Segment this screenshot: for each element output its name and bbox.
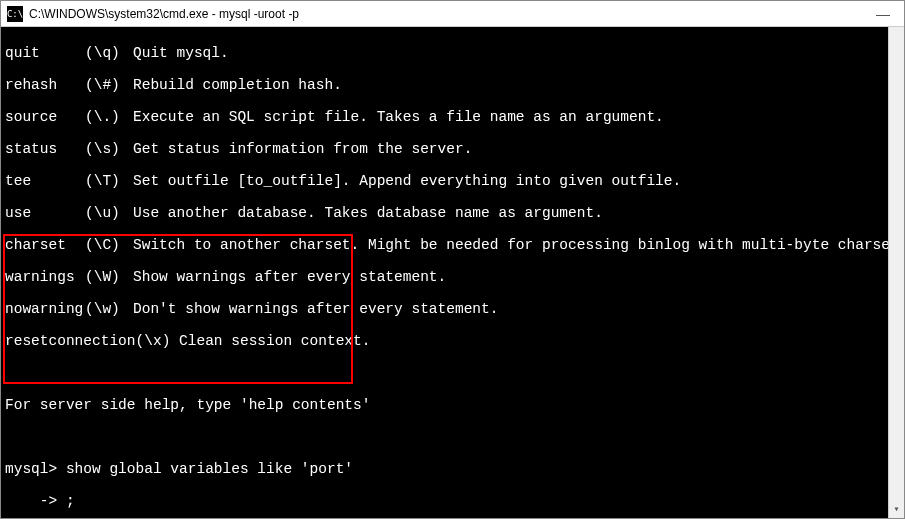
help-desc: Set outfile [to_outfile]. Append everyth… [133,173,681,189]
help-line: warnings(\W)Show warnings after every st… [5,269,900,285]
help-cmd: quit [5,45,85,61]
scrollbar-down-arrow[interactable]: ▾ [889,502,904,518]
cmd-icon: C:\ [7,6,23,22]
help-desc: Execute an SQL script file. Takes a file… [133,109,664,125]
help-desc: Switch to another charset. Might be need… [133,237,904,253]
titlebar: C:\ C:\WINDOWS\system32\cmd.exe - mysql … [1,1,904,27]
help-cmd: use [5,205,85,221]
cmd-window: C:\ C:\WINDOWS\system32\cmd.exe - mysql … [0,0,905,519]
help-line: nowarning(\w)Don't show warnings after e… [5,301,900,317]
help-short: (\u) [85,205,133,221]
help-desc: Quit mysql. [133,45,229,61]
help-short: (\s) [85,141,133,157]
help-cmd: rehash [5,77,85,93]
help-short: (\C) [85,237,133,253]
minimize-button[interactable]: — [876,7,890,21]
query-prompt-line2: -> ; [5,493,900,509]
help-cmd: source [5,109,85,125]
help-cmd: warnings [5,269,85,285]
help-desc: Use another database. Takes database nam… [133,205,603,221]
query-prompt-line1: mysql> show global variables like 'port' [5,461,900,477]
help-cmd: tee [5,173,85,189]
help-line: status(\s)Get status information from th… [5,141,900,157]
help-line: tee(\T)Set outfile [to_outfile]. Append … [5,173,900,189]
help-desc: Rebuild completion hash. [133,77,342,93]
help-short: (\.) [85,109,133,125]
help-line-resetconn: resetconnection(\x) Clean session contex… [5,333,900,349]
window-controls: — [876,7,898,21]
help-line: quit(\q)Quit mysql. [5,45,900,61]
terminal-area[interactable]: quit(\q)Quit mysql. rehash(\#)Rebuild co… [1,27,904,518]
help-line: rehash(\#)Rebuild completion hash. [5,77,900,93]
help-short: (\#) [85,77,133,93]
help-short: (\W) [85,269,133,285]
help-cmd: charset [5,237,85,253]
help-line: charset(\C)Switch to another charset. Mi… [5,237,900,253]
blank-line [5,365,900,381]
blank-line [5,429,900,445]
help-short: (\T) [85,173,133,189]
window-title: C:\WINDOWS\system32\cmd.exe - mysql -uro… [29,7,876,21]
help-desc: Don't show warnings after every statemen… [133,301,498,317]
help-cmd: status [5,141,85,157]
help-line: use(\u)Use another database. Takes datab… [5,205,900,221]
scrollbar-track[interactable] [889,43,904,502]
help-line: source(\.)Execute an SQL script file. Ta… [5,109,900,125]
help-desc: Show warnings after every statement. [133,269,446,285]
help-cmd: nowarning [5,301,85,317]
server-help-hint: For server side help, type 'help content… [5,397,900,413]
scrollbar[interactable]: ▴ ▾ [888,27,904,518]
help-short: (\w) [85,301,133,317]
help-desc: Get status information from the server. [133,141,472,157]
help-short: (\q) [85,45,133,61]
